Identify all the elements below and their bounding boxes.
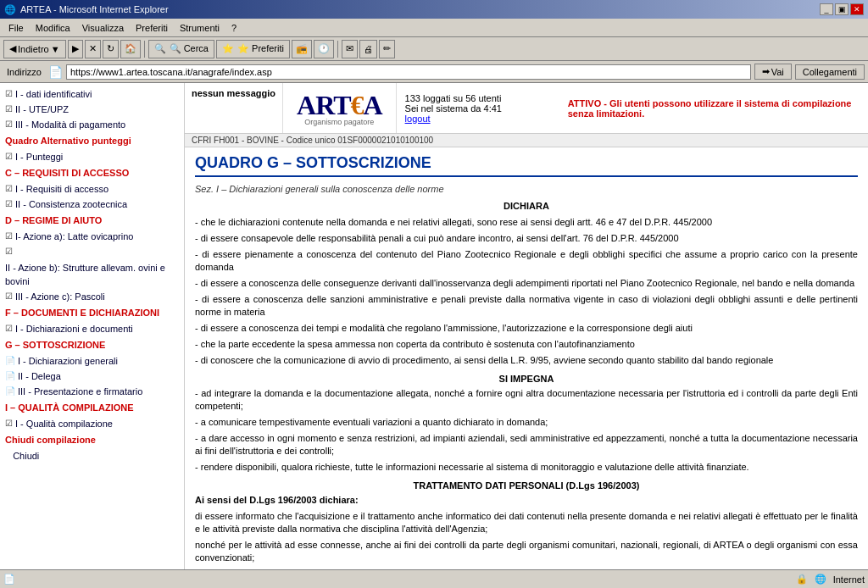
sidebar-item-consistenza-zootecnica[interactable]: ☑ II - Consistenza zootecnica: [0, 197, 184, 212]
dichiara-header: DICHIARA: [195, 201, 858, 211]
sidebar-item-presentazione-firmatario[interactable]: 📄 III - Presentazione e firmatario: [0, 384, 184, 399]
sidebar-link-dichiarazioni-generali[interactable]: I - Dichiarazioni generali: [18, 354, 118, 368]
search-button[interactable]: 🔍 🔍 Cerca: [148, 40, 214, 58]
sidebar-link-presentazione-firmatario[interactable]: III - Presentazione e firmatario: [18, 385, 142, 398]
sidebar-item-chiudi[interactable]: Chiudi: [0, 448, 184, 463]
sidebar-item-modalita-pagamento[interactable]: ☑ III - Modalità di pagamento: [0, 117, 184, 132]
logo-subtitle: Organismo pagatore: [304, 118, 374, 126]
address-input[interactable]: [66, 64, 751, 80]
checkbox-icon: ☑: [5, 197, 13, 211]
close-button[interactable]: ✕: [850, 3, 864, 15]
declaration-6: - che la parte eccedente la spesa ammess…: [195, 338, 858, 351]
checkbox-icon: ☑: [5, 245, 13, 258]
separator-1: [144, 41, 145, 58]
sidebar-item-qualita-compilazione[interactable]: ☑ I - Qualità compilazione: [0, 416, 184, 431]
toolbar-btn-extra1[interactable]: ✉: [342, 40, 358, 58]
sidebar-link-dati-identificativi[interactable]: I - dati identificativi: [15, 87, 92, 101]
content-inner: QUADRO G – SOTTOSCRIZIONE Sez. I – Dichi…: [185, 147, 868, 569]
impegna-1: - a comunicare tempestivamente eventuali…: [195, 416, 858, 429]
toolbar: ◀ Indietro ▼ ▶ ✕ ↻ 🏠 🔍 🔍 Cerca ⭐ ⭐ Prefe…: [0, 37, 868, 61]
declaration-2: - di essere pienamente a conoscenza del …: [195, 248, 858, 274]
logo-a: A: [363, 90, 381, 120]
forward-icon: ▶: [72, 43, 79, 54]
menu-strumenti[interactable]: Strumenti: [175, 21, 225, 35]
back-button[interactable]: ◀ Indietro ▼: [3, 40, 66, 58]
history-button[interactable]: 🕐: [314, 40, 334, 58]
stop-icon: ✕: [89, 43, 97, 54]
sidebar-link-ute-upz[interactable]: II - UTE/UPZ: [15, 103, 69, 116]
sidebar-item-punteggi[interactable]: ☑ I - Punteggi: [0, 149, 184, 164]
sidebar-link-consistenza-zootecnica[interactable]: II - Consistenza zootecnica: [15, 197, 127, 211]
sidebar-link-azione-a[interactable]: I- Azione a): Latte ovicaprino: [15, 230, 133, 243]
sidebar-item-requisiti-accesso[interactable]: ☑ I - Requisiti di accesso: [0, 181, 184, 197]
sidebar-item-dichiarazioni-generali[interactable]: 📄 I - Dichiarazioni generali: [0, 353, 184, 369]
toolbar-btn-extra3[interactable]: ✏: [379, 40, 395, 58]
main-container: ☑ I - dati identificativi ☑ II - UTE/UPZ…: [0, 83, 868, 569]
sidebar-link-azione-c[interactable]: III - Azione c): Pascoli: [15, 290, 105, 303]
sidebar-section-requisiti: C – REQUISITI DI ACCESSO: [0, 164, 184, 181]
address-bar: Indirizzo 📄 ➡ Vai Collegamenti: [0, 61, 868, 83]
sidebar-section-documenti: F – DOCUMENTI E DICHIARAZIONI: [0, 304, 184, 321]
declaration-5: - di essere a conoscenza dei tempi e mod…: [195, 322, 858, 335]
refresh-button[interactable]: ↻: [103, 40, 119, 58]
browser-icon: 🌐: [4, 4, 16, 15]
toolbar-btn-extra2[interactable]: 🖨: [359, 40, 377, 58]
trattamento-0: di essere informato che l'acquisizione e…: [195, 510, 858, 535]
menu-help[interactable]: ?: [226, 21, 242, 35]
sidebar-link-punteggi[interactable]: I - Punteggi: [15, 150, 63, 164]
forward-button[interactable]: ▶: [68, 40, 83, 58]
sidebar-item-ute-upz[interactable]: ☑ II - UTE/UPZ: [0, 102, 184, 117]
sidebar-item-dati-identificativi[interactable]: ☑ I - dati identificativi: [0, 86, 184, 102]
page-title: QUADRO G – SOTTOSCRIZIONE: [195, 154, 858, 177]
breadcrumb: CFRI FH001 - BOVINE - Codice unico 01SF0…: [185, 134, 868, 147]
checkbox-icon: ☑: [5, 417, 13, 430]
declaration-3: - di essere a conoscenza delle conseguen…: [195, 277, 858, 290]
media-button[interactable]: 📻: [292, 40, 312, 58]
go-button[interactable]: ➡ Vai: [754, 64, 792, 80]
home-button[interactable]: 🏠: [120, 40, 141, 58]
checkbox-icon: ☑: [5, 322, 13, 336]
dropdown-arrow-icon: ▼: [51, 44, 60, 54]
sidebar-link-requisiti-accesso[interactable]: I - Requisiti di accesso: [15, 182, 108, 196]
trattamento-1: nonché per le attività ad esse connesse,…: [195, 539, 858, 564]
sidebar-section-chiudi: Chiudi compilazione: [0, 431, 184, 448]
menu-bar: File Modifica Visualizza Preferiti Strum…: [0, 19, 868, 37]
title-bar-controls: _ ▣ ✕: [820, 3, 864, 15]
header-status: ATTIVO - Gli utenti possono utilizzare i…: [559, 83, 868, 133]
sidebar-item-azione-c[interactable]: ☑ III - Azione c): Pascoli: [0, 289, 184, 304]
links-button[interactable]: Collegamenti: [795, 64, 865, 80]
sidebar-link-chiudi[interactable]: Chiudi: [13, 449, 39, 463]
trattamento-header: TRATTAMENTO DATI PERSONALI (D.Lgs 196/20…: [195, 480, 858, 491]
address-label: Indirizzo: [3, 67, 45, 77]
menu-file[interactable]: File: [3, 21, 29, 35]
stop-button[interactable]: ✕: [85, 40, 101, 58]
menu-modifica[interactable]: Modifica: [31, 21, 75, 35]
sidebar-item-dichiarazioni-documenti[interactable]: ☑ I - Dichiarazioni e documenti: [0, 321, 184, 336]
declaration-1: - di essere consapevole delle responsabi…: [195, 232, 858, 245]
back-icon: ◀: [9, 43, 16, 54]
sidebar-link-azione-b[interactable]: II - Azione b): Strutture allevam. ovini…: [5, 261, 179, 288]
sidebar-link-delega[interactable]: II - Delega: [18, 369, 61, 383]
sidebar-section-sottoscrizione: G – SOTTOSCRIZIONE: [0, 336, 184, 353]
logout-container: logout: [405, 114, 551, 124]
sidebar-link-modalita-pagamento[interactable]: III - Modalità di pagamento: [15, 118, 125, 131]
checkbox-icon: ☑: [5, 182, 13, 196]
refresh-icon: ↻: [107, 43, 114, 54]
logout-link[interactable]: logout: [405, 114, 431, 124]
sidebar-link-dichiarazioni-documenti[interactable]: I - Dichiarazioni e documenti: [15, 322, 133, 336]
menu-preferiti[interactable]: Preferiti: [131, 21, 173, 35]
favorites-button[interactable]: ⭐ ⭐ Preferiti: [216, 40, 290, 58]
sidebar-section-qualita: I – QUALITÀ COMPILAZIONE: [0, 399, 184, 416]
minimize-button[interactable]: _: [820, 3, 833, 15]
sidebar-item-azione-b[interactable]: ☑ II - Azione b): Strutture allevam. ovi…: [0, 244, 184, 289]
menu-visualizza[interactable]: Visualizza: [77, 21, 129, 35]
restore-button[interactable]: ▣: [835, 3, 849, 15]
status-left: 📄: [3, 574, 19, 585]
go-arrow-icon: ➡: [762, 66, 770, 77]
declaration-7: - di conoscere che la comunicazione di a…: [195, 354, 858, 367]
sidebar-item-azione-a[interactable]: ☑ I- Azione a): Latte ovicaprino: [0, 229, 184, 244]
sidebar-item-delega[interactable]: 📄 II - Delega: [0, 369, 184, 384]
sidebar-link-qualita-compilazione[interactable]: I - Qualità compilazione: [15, 417, 113, 430]
lock-icon: 🔒: [796, 574, 808, 585]
header-message: nessun messaggio: [185, 83, 282, 133]
